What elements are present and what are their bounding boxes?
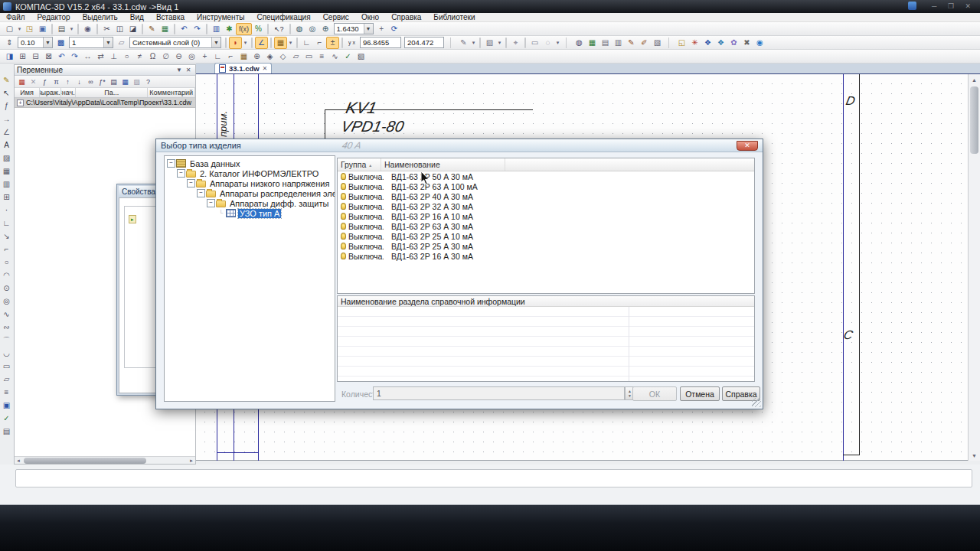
- notes-button[interactable]: ▨: [651, 37, 664, 49]
- redo-small-button[interactable]: ↷: [68, 51, 81, 63]
- toolbar-button[interactable]: [289, 24, 291, 34]
- column-header[interactable]: Выраж...: [40, 88, 61, 97]
- var-function-button[interactable]: ƒ: [39, 77, 51, 87]
- print-dropdown[interactable]: ▾: [68, 23, 75, 35]
- column-header-name[interactable]: Наименование: [381, 158, 505, 171]
- copy-style-button[interactable]: ✎: [457, 37, 470, 49]
- tree-item-uzo-type-a[interactable]: УЗО тип А: [165, 208, 335, 218]
- lines-button[interactable]: ≡: [315, 51, 328, 63]
- toolbar-button[interactable]: [206, 24, 207, 34]
- library-open-button[interactable]: ◱: [675, 37, 688, 49]
- copy-properties-button[interactable]: ✎: [145, 23, 158, 35]
- layer-combo[interactable]: Системный слой (0)▼: [129, 37, 221, 48]
- search-view-button[interactable]: ◌: [541, 37, 554, 49]
- toolbar-button[interactable]: [479, 37, 481, 48]
- menu-item[interactable]: Инструменты: [191, 13, 250, 21]
- tool-curve[interactable]: ∾: [1, 321, 13, 334]
- swap-button[interactable]: ⇄: [94, 51, 107, 63]
- menu-item[interactable]: Редактор: [31, 13, 77, 21]
- tree-item-catalog-informelektro[interactable]: 2. Каталог ИНФОРМЭЛЕКТРО: [165, 168, 335, 178]
- chevron-down-icon[interactable]: ▼: [364, 24, 373, 34]
- tree-item-diff-protection[interactable]: Аппараты дифф. защиты: [165, 198, 335, 208]
- tool-polygon[interactable]: ▱: [1, 373, 13, 386]
- tool-sheet[interactable]: ▤: [1, 425, 13, 438]
- tool-arrow[interactable]: →: [1, 112, 13, 126]
- scroll-down-icon[interactable]: ▼: [969, 450, 980, 461]
- toolbar-button[interactable]: [77, 24, 79, 34]
- new-document-dropdown[interactable]: ▾: [16, 23, 23, 35]
- tool-function[interactable]: ƒ: [1, 99, 13, 112]
- move-button[interactable]: ↔: [81, 51, 94, 63]
- ВД1-63 2Р 16 А 30 мА[interactable]: Выключа... ВД1-63 2Р 16 А 30 мА: [338, 251, 754, 261]
- links-button[interactable]: %: [252, 23, 265, 35]
- tool-circle-center[interactable]: ⊙: [1, 282, 13, 295]
- var-table-button[interactable]: ▦: [16, 77, 28, 87]
- save-button[interactable]: ▣: [36, 23, 49, 35]
- scroll-thumb[interactable]: [970, 86, 978, 154]
- pan-button[interactable]: +: [375, 23, 388, 35]
- tool-table[interactable]: ▥: [1, 178, 13, 191]
- scroll-up-icon[interactable]: ▲: [969, 74, 980, 85]
- cut-button[interactable]: ✂: [100, 23, 113, 35]
- menu-item[interactable]: Вставка: [150, 13, 191, 21]
- expander-icon[interactable]: [197, 189, 205, 197]
- tool-corner[interactable]: ⌐: [1, 243, 13, 256]
- var-help-button[interactable]: ?: [142, 77, 154, 87]
- message-bar[interactable]: [15, 469, 972, 487]
- diamond-button[interactable]: ◈: [263, 51, 276, 63]
- var-fstar-button[interactable]: ƒ*: [96, 77, 108, 87]
- sheet-report-button[interactable]: ▤: [599, 37, 612, 49]
- ВД1-63 2Р 16 А 10 мА[interactable]: Выключа... ВД1-63 2Р 16 А 10 мА: [338, 211, 754, 221]
- chevron-down-icon[interactable]: ▼: [43, 37, 52, 47]
- empty-set-button[interactable]: ∅: [159, 51, 172, 63]
- zoom-in-button[interactable]: ⊕: [319, 23, 332, 35]
- library-help-button[interactable]: ◉: [753, 37, 766, 49]
- pin-icon[interactable]: ▼: [175, 67, 184, 73]
- tool-circle[interactable]: ○: [1, 256, 13, 269]
- snap-magnet-button[interactable]: ◗: [229, 37, 242, 49]
- library-manager-button[interactable]: ❖: [701, 37, 714, 49]
- constraint-button[interactable]: ⌖: [509, 37, 522, 49]
- corner-button[interactable]: ⌐: [224, 51, 237, 63]
- ВД1-63 2Р 63 А 30 мА[interactable]: Выключа... ВД1-63 2Р 63 А 30 мА: [338, 221, 754, 231]
- reference-section-header[interactable]: Наименование раздела справочной информац…: [338, 296, 754, 307]
- tool-arc3[interactable]: ◡: [1, 347, 13, 360]
- open-document-button[interactable]: ◳: [23, 23, 36, 35]
- tool-arc[interactable]: ◠: [1, 269, 13, 282]
- menu-item[interactable]: Окно: [355, 13, 385, 21]
- cancel-button[interactable]: Отмена: [680, 386, 720, 401]
- ВД1-63 2Р 50 А 30 мА[interactable]: Выключа... ВД1-63 2Р 50 А 30 мА: [338, 171, 754, 181]
- cursor-x-field[interactable]: 96.8455: [360, 37, 401, 48]
- toolbar-button[interactable]: [267, 24, 269, 34]
- menu-item[interactable]: Вид: [124, 13, 150, 21]
- find-in-document-button[interactable]: ◍: [573, 37, 586, 49]
- tool-hatch[interactable]: ▨: [1, 152, 13, 165]
- context-help-button[interactable]: ↖?: [271, 23, 287, 35]
- menu-item[interactable]: Файл: [0, 13, 31, 21]
- panel-add-button[interactable]: ⊞: [16, 51, 29, 63]
- hatch-button[interactable]: ▧: [354, 51, 368, 63]
- scroll-thumb[interactable]: [24, 458, 146, 464]
- style-brush-button[interactable]: ✎: [625, 37, 638, 49]
- var-pi-button[interactable]: π: [51, 77, 62, 87]
- rectangle-button[interactable]: ▭: [302, 51, 315, 63]
- preview-button[interactable]: ◉: [81, 23, 94, 35]
- ВД1-63 2Р 40 А 30 мА[interactable]: Выключа... ВД1-63 2Р 40 А 30 мА: [338, 191, 754, 201]
- variables-button[interactable]: f(x): [236, 23, 252, 35]
- var-delete-button[interactable]: ✕: [28, 77, 39, 87]
- resize-grip[interactable]: [752, 398, 761, 407]
- angle-snap-button[interactable]: ∠: [255, 37, 268, 49]
- toolbar-button[interactable]: [142, 24, 143, 34]
- expand-icon[interactable]: +: [17, 99, 24, 106]
- scroll-left-icon[interactable]: ◄: [15, 457, 22, 465]
- layer-sheet-button[interactable]: ▱: [115, 37, 128, 49]
- redo-button[interactable]: ↷: [191, 23, 204, 35]
- tool-check[interactable]: ✓: [1, 412, 13, 425]
- grid-dropdown[interactable]: ▾: [287, 37, 294, 49]
- ok-button[interactable]: ОК: [632, 386, 677, 401]
- tool-plus-box[interactable]: ⊞: [1, 191, 13, 204]
- var-link-button[interactable]: ∞: [85, 77, 96, 87]
- cursor-y-field[interactable]: 204.472: [404, 37, 444, 48]
- toolbar-button[interactable]: [96, 24, 98, 34]
- menu-item[interactable]: Библиотеки: [427, 13, 481, 21]
